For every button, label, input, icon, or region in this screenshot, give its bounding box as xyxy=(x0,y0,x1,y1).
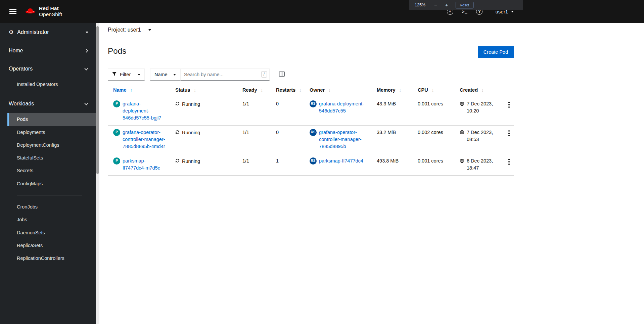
zoom-in-button[interactable]: + xyxy=(445,2,449,7)
filter-dropdown[interactable]: Filter xyxy=(108,68,145,81)
nav-group-home[interactable]: Home xyxy=(0,42,96,60)
sidebar-item-cronjobs[interactable]: CronJobs xyxy=(7,200,96,213)
status-cell: Running xyxy=(170,126,237,154)
search-attribute-dropdown[interactable]: Name xyxy=(150,68,180,81)
sidebar-item-daemonsets[interactable]: DaemonSets xyxy=(7,226,96,239)
globe-timestamp-icon xyxy=(460,158,464,165)
main-content: Project: user1 Pods Create Pod Filter Na… xyxy=(99,23,644,324)
sidebar-item-replicasets[interactable]: ReplicaSets xyxy=(7,239,96,252)
nav-group-operators[interactable]: Operators xyxy=(0,60,96,78)
nav-group-workloads[interactable]: Workloads xyxy=(0,95,96,113)
actions-cell xyxy=(500,126,514,154)
name-cell: P grafana-operator-controller-manager-78… xyxy=(108,126,170,154)
perspective-switcher[interactable]: ⚙ Administrator xyxy=(0,23,96,42)
ready-value: 1/1 xyxy=(237,154,271,176)
caret-down-icon xyxy=(173,74,176,76)
created-cell: 7 Dec 2023, 08:53 xyxy=(454,126,500,154)
search-attribute-label: Name xyxy=(154,72,168,77)
status-text: Running xyxy=(182,158,200,165)
column-label: Status xyxy=(175,87,190,93)
pods-table-body: P grafana-deployment-546dd57c55-bgjl7 Ru… xyxy=(108,97,514,176)
nav-group-label: Operators xyxy=(9,66,33,72)
project-bar: Project: user1 xyxy=(99,23,644,37)
sort-icon: ↕ xyxy=(194,88,196,93)
brand-red-hat: Red Hat xyxy=(39,5,62,11)
sidebar-item-replicationcontrollers[interactable]: ReplicationControllers xyxy=(7,252,96,265)
nav-toggle-button[interactable] xyxy=(5,4,20,19)
column-header-owner[interactable]: Owner↕ xyxy=(304,85,371,97)
sidebar-item-deployments[interactable]: Deployments xyxy=(7,126,96,139)
cpu-value: 0.002 cores xyxy=(412,126,454,154)
column-header-name[interactable]: Name↑ xyxy=(108,85,170,97)
nav-group: OperatorsInstalled Operators xyxy=(0,60,96,95)
sidebar-item-jobs[interactable]: Jobs xyxy=(7,213,96,226)
name-cell: P grafana-deployment-546dd57c55-bgjl7 xyxy=(108,97,170,126)
sidebar-item-configmaps[interactable]: ConfigMaps xyxy=(7,177,96,190)
owner-link[interactable]: grafana-operator-controller-manager-7885… xyxy=(319,129,368,150)
search-input[interactable] xyxy=(180,68,270,81)
gear-icon: ⚙ xyxy=(9,30,13,35)
kebab-menu-button[interactable] xyxy=(506,157,512,166)
created-value: 7 Dec 2023, 10:20 xyxy=(467,100,496,114)
masthead: Red Hat OpenShift 125% − + Reset + >_ ? … xyxy=(0,0,644,23)
pod-name-link[interactable]: grafana-operator-controller-manager-7885… xyxy=(123,129,167,150)
column-header-ready[interactable]: Ready↕ xyxy=(237,85,271,97)
red-hat-fedora-icon xyxy=(25,7,36,16)
sidebar-item-pods[interactable]: Pods xyxy=(7,113,96,126)
sidebar-scrollbar-thumb[interactable] xyxy=(96,26,99,174)
pod-name-link[interactable]: grafana-deployment-546dd57c55-bgjl7 xyxy=(123,100,167,122)
column-label: Ready xyxy=(242,87,257,93)
sidebar-item-installed operators[interactable]: Installed Operators xyxy=(7,78,96,91)
owner-cell: RS parksmap-ff7477dc4 xyxy=(304,154,371,176)
column-label: Memory xyxy=(377,87,396,93)
kebab-menu-button[interactable] xyxy=(506,100,512,109)
nav-group-label: Workloads xyxy=(9,101,34,107)
page-title: Pods xyxy=(108,46,127,56)
owner-link[interactable]: parksmap-ff7477dc4 xyxy=(319,157,363,165)
column-label: Restarts xyxy=(276,87,295,93)
manage-columns-button[interactable] xyxy=(279,72,285,78)
sidebar-item-secrets[interactable]: Secrets xyxy=(7,164,96,177)
replicaset-badge: RS xyxy=(310,100,317,107)
column-header-actions xyxy=(500,85,514,97)
column-header-status[interactable]: Status↕ xyxy=(170,85,237,97)
pod-name-link[interactable]: parksmap-ff7477dc4-m7d5c xyxy=(123,157,167,172)
create-pod-button[interactable]: Create Pod xyxy=(478,46,514,58)
sidebar-item-deploymentconfigs[interactable]: DeploymentConfigs xyxy=(7,139,96,151)
sidebar-item-statefulsets[interactable]: StatefulSets xyxy=(7,151,96,164)
sort-icon: ↕ xyxy=(432,88,434,93)
shortcut-hint: / xyxy=(261,71,267,78)
perspective-label: Administrator xyxy=(17,29,49,35)
caret-down-icon[interactable] xyxy=(148,29,151,31)
nav-sub-list: PodsDeploymentsDeploymentConfigsStateful… xyxy=(0,113,96,269)
nav-group: WorkloadsPodsDeploymentsDeploymentConfig… xyxy=(0,95,96,269)
sort-icon: ↕ xyxy=(328,88,331,93)
zoom-level: 125% xyxy=(415,3,427,7)
funnel-icon xyxy=(112,72,117,77)
column-header-restarts[interactable]: Restarts↕ xyxy=(271,85,304,97)
column-header-created[interactable]: Created↕ xyxy=(454,85,500,97)
project-selector-label[interactable]: Project: user1 xyxy=(108,27,141,33)
zoom-reset-button[interactable]: Reset xyxy=(456,2,473,8)
actions-cell xyxy=(500,154,514,176)
actions-cell xyxy=(500,97,514,126)
pod-badge: P xyxy=(113,129,120,136)
replicaset-badge: RS xyxy=(310,157,317,165)
column-header-cpu[interactable]: CPU↕ xyxy=(412,85,454,97)
browser-zoom-popup: 125% − + Reset xyxy=(409,0,523,10)
globe-timestamp-icon xyxy=(460,130,464,137)
filter-toolbar: Filter Name / xyxy=(99,62,644,85)
cpu-value: 0.001 cores xyxy=(412,154,454,176)
column-header-memory[interactable]: Memory↕ xyxy=(371,85,412,97)
memory-value: 33.2 MiB xyxy=(371,126,412,154)
nav-sub-list: Installed Operators xyxy=(0,78,96,95)
kebab-menu-button[interactable] xyxy=(506,129,512,138)
chevron-down-icon xyxy=(84,66,88,70)
nav-group-label: Home xyxy=(9,48,23,54)
restarts-value: 1 xyxy=(271,154,304,176)
brand-logo[interactable]: Red Hat OpenShift xyxy=(25,5,62,18)
zoom-out-button[interactable]: − xyxy=(433,2,438,7)
sort-icon: ↕ xyxy=(481,88,484,93)
nav-divider xyxy=(17,195,82,195)
owner-link[interactable]: grafana-deployment-546dd57c55 xyxy=(319,100,368,114)
